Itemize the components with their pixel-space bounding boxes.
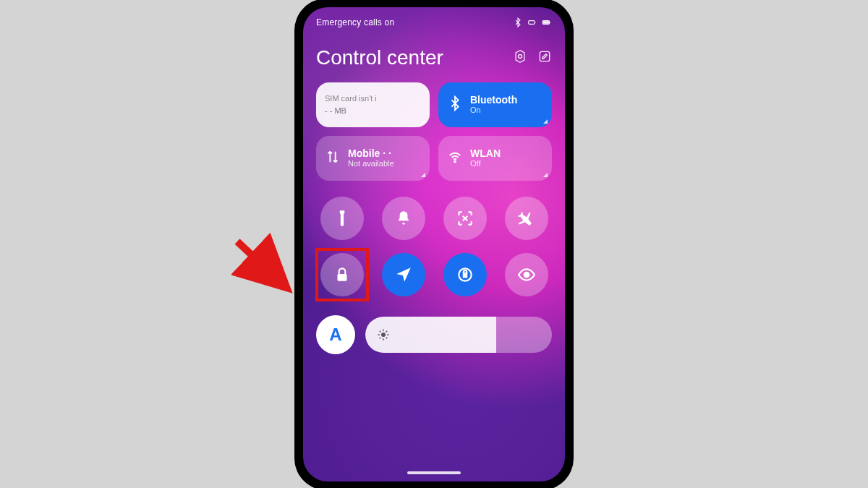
status-bar: Emergency calls on [316, 17, 552, 27]
toggle-screenshot[interactable] [443, 197, 487, 240]
tile-sim-data[interactable]: SIM card isn't i - - MB [316, 82, 430, 127]
svg-rect-2 [543, 21, 548, 22]
tile-wlan-status: Off [470, 159, 501, 168]
toggle-sound[interactable] [382, 197, 425, 240]
tile-sim-line2: - - MB [325, 106, 346, 115]
settings-button[interactable] [513, 49, 527, 67]
tile-mobile-status: Not available [348, 159, 394, 168]
svg-point-4 [519, 54, 522, 58]
svg-rect-9 [463, 273, 466, 276]
phone-frame: Emergency calls on Control center SIM ca… [294, 0, 574, 488]
tile-mobile-label: Mobile · · [348, 148, 394, 159]
battery-icon [542, 17, 552, 27]
lock-icon [333, 265, 352, 284]
wifi-icon [447, 149, 463, 168]
bluetooth-icon [447, 95, 463, 114]
screenshot-icon [456, 209, 475, 228]
expand-icon [543, 119, 548, 124]
expand-icon [421, 173, 425, 177]
svg-point-6 [454, 160, 456, 162]
home-indicator[interactable] [407, 471, 461, 474]
brightness-slider[interactable] [365, 317, 552, 353]
svg-marker-3 [516, 50, 524, 62]
auto-brightness-label: A [329, 325, 341, 345]
svg-point-10 [524, 272, 529, 277]
toggle-location[interactable] [382, 253, 425, 296]
svg-rect-0 [529, 20, 535, 24]
toggle-reading-mode[interactable] [505, 253, 548, 296]
location-icon [394, 265, 413, 284]
expand-icon [543, 173, 548, 177]
svg-line-13 [237, 241, 282, 283]
toggle-airplane[interactable] [505, 197, 548, 240]
brightness-icon [377, 328, 390, 341]
edit-button[interactable] [537, 49, 552, 67]
toggle-flashlight[interactable] [320, 197, 364, 240]
battery-saver-icon [527, 17, 537, 27]
edit-icon [537, 49, 552, 64]
expand-icon [421, 119, 425, 124]
tile-bluetooth[interactable]: Bluetooth On [438, 82, 552, 127]
tile-wlan[interactable]: WLAN Off [438, 136, 552, 181]
header: Control center [316, 46, 552, 69]
quick-toggles-grid [316, 197, 552, 296]
bluetooth-status-icon [513, 17, 523, 27]
toggle-auto-brightness[interactable]: A [316, 315, 355, 354]
svg-point-11 [381, 333, 386, 337]
tile-wlan-label: WLAN [470, 148, 501, 159]
control-center-screen: Emergency calls on Control center SIM ca… [303, 7, 565, 481]
svg-rect-5 [540, 51, 549, 61]
toggle-rotation-lock[interactable] [443, 253, 487, 296]
tile-bluetooth-label: Bluetooth [470, 95, 517, 106]
toggle-lock[interactable] [320, 253, 364, 296]
annotation-arrow [231, 233, 304, 305]
flashlight-icon [333, 209, 352, 228]
gear-icon [513, 49, 527, 64]
statusbar-text: Emergency calls on [316, 17, 394, 27]
bell-icon [394, 209, 413, 228]
statusbar-icons [513, 17, 552, 27]
brightness-fill [365, 317, 496, 353]
tile-bluetooth-status: On [470, 106, 517, 114]
page-title: Control center [316, 46, 443, 69]
tile-mobile-data[interactable]: Mobile · · Not available [316, 136, 430, 181]
airplane-icon [517, 209, 536, 228]
svg-rect-7 [337, 273, 346, 281]
mobile-data-icon [325, 149, 341, 168]
rotation-lock-icon [456, 265, 475, 284]
eye-icon [517, 265, 536, 284]
tile-sim-line1: SIM card isn't i [325, 94, 377, 103]
